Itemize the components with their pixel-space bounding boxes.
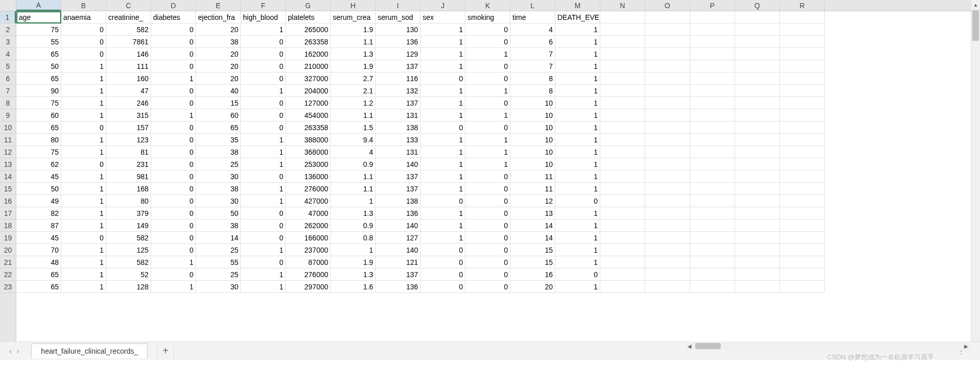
cell-P17[interactable] <box>690 207 735 219</box>
cell-R11[interactable] <box>780 134 825 146</box>
cell-L9[interactable]: 10 <box>510 109 555 121</box>
cell-M13[interactable]: 1 <box>555 158 600 170</box>
cell-R1[interactable] <box>780 11 825 23</box>
cell-E22[interactable]: 25 <box>196 268 241 281</box>
cell-H7[interactable]: 2.1 <box>331 85 376 97</box>
cell-C9[interactable]: 315 <box>106 109 151 121</box>
cell-K10[interactable]: 0 <box>465 121 510 134</box>
row-header-5[interactable]: 5 <box>0 60 16 72</box>
cell-J3[interactable]: 1 <box>421 36 465 48</box>
cell-K1[interactable]: smoking <box>465 11 510 23</box>
cell-D1[interactable]: diabetes <box>151 11 196 23</box>
cell-A4[interactable]: 65 <box>16 48 61 60</box>
cell-A21[interactable]: 48 <box>16 256 61 268</box>
cell-H8[interactable]: 1.2 <box>331 97 376 109</box>
cell-J2[interactable]: 1 <box>421 23 465 36</box>
cell-M7[interactable]: 1 <box>555 85 600 97</box>
cell-E12[interactable]: 38 <box>196 146 241 158</box>
cell-C3[interactable]: 7861 <box>106 36 151 48</box>
cell-J18[interactable]: 1 <box>421 219 465 232</box>
cell-J20[interactable]: 0 <box>421 244 465 256</box>
cell-D18[interactable]: 0 <box>151 219 196 232</box>
cell-K7[interactable]: 1 <box>465 85 510 97</box>
cell-E16[interactable]: 30 <box>196 195 241 207</box>
cell-Q6[interactable] <box>735 72 780 85</box>
cell-M2[interactable]: 1 <box>555 23 600 36</box>
cell-J4[interactable]: 1 <box>421 48 465 60</box>
cell-D2[interactable]: 0 <box>151 23 196 36</box>
cell-K5[interactable]: 0 <box>465 60 510 72</box>
cell-M1[interactable]: DEATH_EVENT <box>555 11 600 23</box>
column-header-R[interactable]: R <box>780 0 825 11</box>
row-header-18[interactable]: 18 <box>0 219 16 232</box>
cell-H17[interactable]: 1.3 <box>331 207 376 219</box>
cell-N1[interactable] <box>600 11 645 23</box>
cell-F3[interactable]: 0 <box>241 36 286 48</box>
column-header-G[interactable]: G <box>286 0 331 11</box>
column-header-C[interactable]: C <box>106 0 151 11</box>
cell-Q11[interactable] <box>735 134 780 146</box>
row-header-11[interactable]: 11 <box>0 134 16 146</box>
tab-prev-button[interactable]: ‹ <box>9 347 12 355</box>
cell-E11[interactable]: 35 <box>196 134 241 146</box>
cell-F18[interactable]: 0 <box>241 219 286 232</box>
cell-O19[interactable] <box>645 232 690 244</box>
cell-M14[interactable]: 1 <box>555 170 600 183</box>
cell-E5[interactable]: 20 <box>196 60 241 72</box>
cell-L1[interactable]: time <box>510 11 555 23</box>
cell-N22[interactable] <box>600 268 645 281</box>
cell-H16[interactable]: 1 <box>331 195 376 207</box>
row-header-1[interactable]: 1 <box>0 11 16 23</box>
cell-G19[interactable]: 166000 <box>286 232 331 244</box>
cell-L21[interactable]: 15 <box>510 256 555 268</box>
row-header-12[interactable]: 12 <box>0 146 16 158</box>
cell-I3[interactable]: 136 <box>376 36 421 48</box>
cell-C23[interactable]: 128 <box>106 281 151 293</box>
cell-G23[interactable]: 297000 <box>286 281 331 293</box>
cell-K2[interactable]: 0 <box>465 23 510 36</box>
cell-B23[interactable]: 1 <box>61 281 106 293</box>
cell-P3[interactable] <box>690 36 735 48</box>
row-header-6[interactable]: 6 <box>0 72 16 85</box>
cell-I4[interactable]: 129 <box>376 48 421 60</box>
cell-P4[interactable] <box>690 48 735 60</box>
cell-E3[interactable]: 38 <box>196 36 241 48</box>
cell-K4[interactable]: 1 <box>465 48 510 60</box>
cell-E20[interactable]: 25 <box>196 244 241 256</box>
cell-D20[interactable]: 0 <box>151 244 196 256</box>
cell-P23[interactable] <box>690 281 735 293</box>
cell-A2[interactable]: 75 <box>16 23 61 36</box>
cell-Q22[interactable] <box>735 268 780 281</box>
cell-B5[interactable]: 1 <box>61 60 106 72</box>
cell-P11[interactable] <box>690 134 735 146</box>
cell-D15[interactable]: 0 <box>151 183 196 195</box>
cell-Q8[interactable] <box>735 97 780 109</box>
cell-B8[interactable]: 1 <box>61 97 106 109</box>
cell-Q18[interactable] <box>735 219 780 232</box>
cell-M16[interactable]: 0 <box>555 195 600 207</box>
cell-I11[interactable]: 133 <box>376 134 421 146</box>
cell-O8[interactable] <box>645 97 690 109</box>
cell-H15[interactable]: 1.1 <box>331 183 376 195</box>
cell-C13[interactable]: 231 <box>106 158 151 170</box>
cell-K3[interactable]: 0 <box>465 36 510 48</box>
cell-G17[interactable]: 47000 <box>286 207 331 219</box>
cell-F19[interactable]: 0 <box>241 232 286 244</box>
row-header-13[interactable]: 13 <box>0 158 16 170</box>
cell-C8[interactable]: 246 <box>106 97 151 109</box>
cell-L5[interactable]: 7 <box>510 60 555 72</box>
cell-P15[interactable] <box>690 183 735 195</box>
horizontal-scrollbar[interactable]: ◀ ▶ <box>685 341 971 351</box>
cell-O5[interactable] <box>645 60 690 72</box>
cell-O2[interactable] <box>645 23 690 36</box>
cell-G8[interactable]: 127000 <box>286 97 331 109</box>
column-header-H[interactable]: H <box>331 0 376 11</box>
horizontal-scroll-thumb[interactable] <box>695 343 721 349</box>
cell-D19[interactable]: 0 <box>151 232 196 244</box>
cell-R3[interactable] <box>780 36 825 48</box>
cell-N2[interactable] <box>600 23 645 36</box>
cell-D17[interactable]: 0 <box>151 207 196 219</box>
cell-Q12[interactable] <box>735 146 780 158</box>
cell-O1[interactable] <box>645 11 690 23</box>
cell-Q16[interactable] <box>735 195 780 207</box>
